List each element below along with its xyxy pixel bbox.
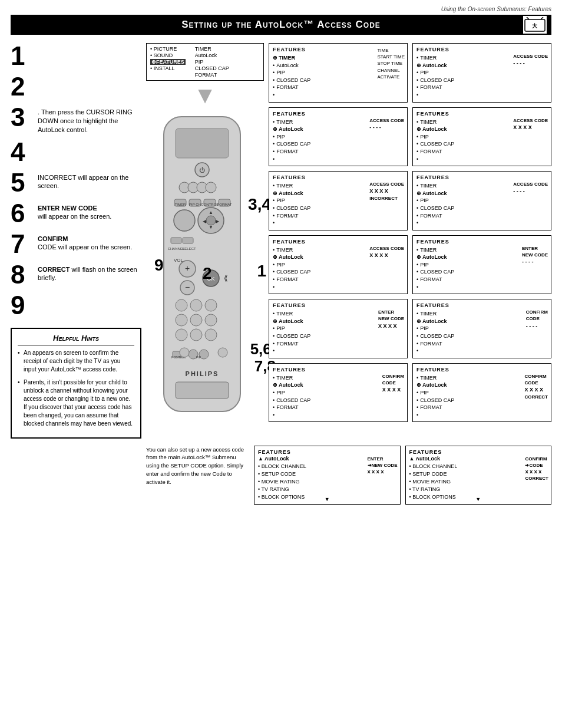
screens-col-2: FEATURES • TIMER ⊕AutoLock • PIP • CLOSE… [412,43,551,422]
main-layout: 1 2 3 . Then press the CURSOR RING DOWN … [11,43,551,439]
step-number-9: 9 [154,257,164,274]
screen-1-col2: FEATURES • TIMER ⊕AutoLock • PIP • CLOSE… [412,43,551,103]
step-num-5: 5 [11,170,35,196]
svg-text:▼: ▼ [209,225,213,230]
center-column: • PICTURE • SOUND ⊕FEATURES • INSTALL TI… [146,43,264,419]
screen-4-col2: FEATURES • TIMER ⊕AutoLock • PIP • CLOSE… [412,235,551,295]
pointer-arrow: ▼ [193,82,217,108]
svg-text:⟪: ⟪ [224,274,228,282]
svg-text:TIMER: TIMER [175,203,186,206]
step-numbers-3-4: 3,4 [248,196,271,213]
screen-6-col2: FEATURES • TIMER ⊕AutoLock • PIP • CLOSE… [412,363,551,423]
hints-box: Helpful Hints An appears on screen to co… [11,328,141,439]
screen-3-col1: FEATURES • TIMER ⊕AutoLock • PIP • CLOSE… [269,171,408,230]
menu-item-picture: • PICTURE [150,46,186,52]
svg-rect-28 [183,238,193,243]
svg-point-55 [180,348,189,357]
svg-text:▶: ▶ [216,219,220,224]
menu-left-col: • PICTURE • SOUND ⊕FEATURES • INSTALL [150,46,186,78]
svg-text:FORMAT: FORMAT [217,203,232,206]
bottom-screen-left: FEATURES ▲ AutoLock • BLOCK CHANNEL • SE… [254,446,401,505]
screen-4-col1: FEATURES • TIMER ⊕AutoLock • PIP • CLOSE… [269,235,408,295]
step-6: 6 ENTER NEW CODEwill appear on the scree… [11,200,141,226]
svg-point-56 [218,348,227,357]
hints-list: An appears on screen to confirm the rece… [18,349,134,428]
step-7: 7 CONFIRMCODE will appear on the screen. [11,231,141,257]
svg-point-39 [176,299,187,311]
page-wrapper: Using the On-screen Submenus: Features S… [0,0,562,728]
screen-5-col2: FEATURES • TIMER ⊕AutoLock • PIP • CLOSE… [412,299,551,358]
menu-box-row: • PICTURE • SOUND ⊕FEATURES • INSTALL TI… [150,46,260,78]
menu-item-features: ⊕FEATURES [150,59,186,65]
step-text-3: . Then press the CURSOR RING DOWN once t… [35,104,141,134]
svg-point-44 [205,314,217,326]
bottom-section: You can also set up a new access code fr… [11,446,551,505]
step-text-7: CONFIRMCODE will appear on the screen. [35,231,132,252]
menu-format: FORMAT [195,72,229,78]
svg-text:PIP: PIP [196,355,201,359]
step-8: 8 CORRECT will flash on the screen brief… [11,262,141,288]
svg-text:▲: ▲ [209,210,213,215]
svg-point-42 [176,314,187,326]
step-num-9: 9 [11,292,35,318]
screen-6-col1: FEATURES • TIMER ⊕AutoLock • PIP • CLOSE… [269,363,408,423]
svg-rect-5 [176,129,229,158]
svg-point-47 [205,329,217,341]
step-1: 1 [11,43,141,69]
svg-text:大: 大 [531,23,538,29]
hint-2: Parents, it isn't possible for your chil… [18,378,134,428]
hint-1: An appears on screen to confirm the rece… [18,349,134,374]
step-text-4 [35,139,38,143]
screen-2-col2: FEATURES • TIMER ⊕AutoLock • PIP • CLOSE… [412,107,551,167]
step-num-1: 1 [11,43,35,69]
left-column: 1 2 3 . Then press the CURSOR RING DOWN … [11,43,146,439]
step-num-4: 4 [11,139,35,165]
menu-pip: PIP [195,59,229,65]
menu-right-col: TIMER AutoLock PIP CLOSED CAP FORMAT [195,46,229,78]
bottom-text: You can also set up a new access code fr… [146,446,249,505]
screen-3-col2: FEATURES • TIMER ⊕AutoLock • PIP • CLOSE… [412,171,551,230]
svg-point-46 [190,329,202,341]
title-text: Setting up the AutoLock™ Access Code [181,19,381,30]
step-5: 5 INCORRECT will appear on the screen. [11,170,141,196]
hints-title: Helpful Hints [18,334,134,345]
step-text-5: INCORRECT will appear on the screen. [35,170,141,191]
menu-item-sound: • SOUND [150,52,186,58]
screen-5-col1: FEATURES • TIMER ⊕AutoLock • PIP • CLOSE… [269,299,408,358]
right-columns: FEATURES ⊕TIMER • AutoLock • PIP • CLOSE… [264,43,551,422]
svg-point-20 [174,210,195,231]
svg-rect-4 [164,117,240,411]
svg-text:SELECT: SELECT [182,247,196,251]
menu-item-install: • INSTALL [150,65,186,71]
svg-point-45 [176,329,187,341]
step-num-8: 8 [11,262,35,288]
main-menu-box: • PICTURE • SOUND ⊕FEATURES • INSTALL TI… [146,43,264,81]
step-list: 1 2 3 . Then press the CURSOR RING DOWN … [11,43,141,318]
svg-text:PIP CH: PIP CH [189,203,201,206]
step-num-2: 2 [11,74,35,100]
step-number-2: 2 [203,265,212,282]
svg-text:+: + [185,263,190,273]
step-num-6: 6 [11,200,35,226]
step-text-8: CORRECT will flash on the screen briefly… [35,262,141,283]
remote-svg: ⏻ TIMER PIP CH CONTROL FORMAT [152,111,252,417]
step-num-7: 7 [11,231,35,257]
svg-point-41 [205,299,217,311]
step-text-6: ENTER NEW CODEwill appear on the screen. [35,200,111,222]
svg-point-22 [206,216,216,225]
menu-closed-cap: CLOSED CAP [195,65,229,71]
svg-rect-27 [171,238,181,243]
svg-point-43 [190,314,202,326]
svg-text:⏻: ⏻ [199,167,205,173]
menu-autolock: AutoLock [195,52,229,58]
step-2: 2 [11,74,141,100]
menu-timer: TIMER [195,46,229,52]
svg-text:−: − [185,282,190,292]
top-header: Using the On-screen Submenus: Features [11,6,551,12]
step-num-3: 3 [11,104,35,130]
svg-text:◀: ◀ [203,219,207,224]
step-3: 3 . Then press the CURSOR RING DOWN once… [11,104,141,134]
svg-text:PHILIPS: PHILIPS [186,370,219,377]
step-4: 4 [11,139,141,165]
step-text-1 [35,43,38,47]
